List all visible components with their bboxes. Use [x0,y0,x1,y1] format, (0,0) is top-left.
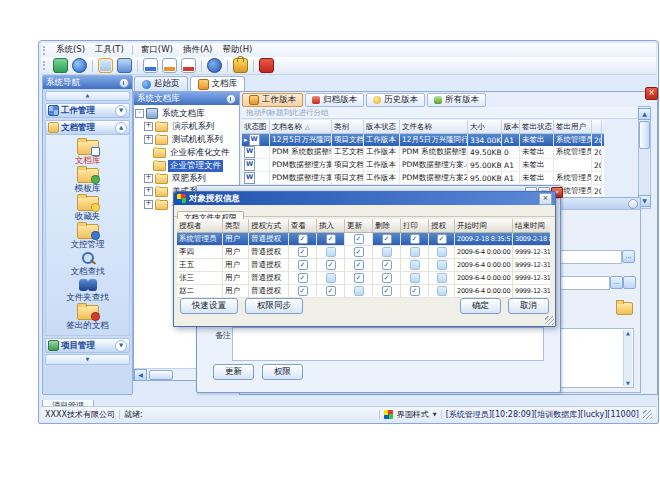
checkbox-checked[interactable]: ✓ [354,273,364,283]
menu-item-4[interactable]: 插件(A) [178,44,217,56]
table-vertical-scrollbar[interactable]: ▲ ▼ [638,106,651,209]
table-row[interactable]: WPDM 系统数据整理检...工艺文档工作版本PDM 系统数据整理...49.5… [242,146,604,159]
menu-item-1[interactable]: 系统(S) [51,44,90,56]
ellipsis-button[interactable]: … [622,250,635,263]
lock-icon[interactable] [233,58,248,73]
checkbox-checked[interactable]: ✓ [437,234,447,244]
tree-item-测试机机系列[interactable]: +测试机机系列 [135,133,238,146]
checkbox-checked[interactable]: ✓ [354,234,364,244]
column-header-查看[interactable]: 查看 [289,219,317,232]
checkbox-unchecked[interactable] [410,273,420,283]
sidebar-item-签出的文档[interactable]: 签出的文档 [46,305,129,330]
checkbox-checked[interactable]: ✓ [326,260,336,270]
version-tab-归档版本[interactable]: 归档版本 [305,93,364,107]
expander-icon[interactable]: + [144,174,153,183]
scroll-up-button[interactable]: ▲ [638,108,651,120]
column-header-删除[interactable]: 删除 [373,219,401,232]
pin-icon[interactable] [226,94,236,104]
checkbox-unchecked[interactable] [354,286,364,296]
table-row[interactable]: WPDM数据整理方案.doc项目文档工作版本PDM数据整理方案.doc95.00… [242,159,604,172]
tree-root[interactable]: -系统文档库 [135,107,238,120]
chevron-down-icon[interactable]: ▼ [115,340,127,352]
checkbox-unchecked[interactable] [437,260,447,270]
ellipsis-button[interactable]: … [610,276,623,289]
sidebar-item-文档查找[interactable]: 文档查找 [46,252,129,276]
checkbox-checked[interactable]: ✓ [382,234,392,244]
table-row[interactable]: ▸W12月5日万兴隆同行...项目文档工作版本12月5日万兴隆同行...334.… [242,134,604,146]
sidebar-more-button[interactable]: ▼ [45,354,130,365]
permission-row[interactable]: 赵二用户普通授权✓✓✓✓2009-6-4 0:00:009999-12-31 2… [177,285,550,298]
expander-icon[interactable]: + [144,187,153,196]
tree-item-企业标准化文件[interactable]: 企业标准化文件 [135,146,238,159]
globe-icon[interactable] [72,58,87,73]
column-header-类别[interactable]: 类别 [332,120,364,133]
interface-style-label[interactable]: 界面样式 [397,409,429,420]
doc-mail-icon[interactable] [162,58,177,73]
tree-item-企业管理文件[interactable]: 企业管理文件 [135,159,238,172]
version-tab-工作版本[interactable]: 工作版本 [242,93,303,107]
checkbox-checked[interactable]: ✓ [382,260,392,270]
checkbox-unchecked[interactable] [326,247,336,257]
checkbox-checked[interactable]: ✓ [354,247,364,257]
column-header-签出用户[interactable]: 签出用户 [554,120,592,133]
sidebar-item-模板库[interactable]: 模板库 [46,168,129,193]
clear-button[interactable] [623,276,636,289]
doc-report-icon[interactable] [181,58,196,73]
folder-open-icon[interactable] [98,58,113,73]
doc-new-icon[interactable] [143,58,158,73]
cancel-button[interactable]: 取消 [508,298,549,314]
scrollbar-thumb[interactable] [639,121,650,149]
scrollbar-thumb[interactable] [149,370,173,380]
column-header-文件名称[interactable]: 文件名称 [400,120,468,133]
checkbox-checked[interactable]: ✓ [382,273,392,283]
column-header-类型[interactable]: 类型 [223,219,249,232]
column-header-授权者[interactable]: 授权者 [177,219,223,232]
checkbox-checked[interactable]: ✓ [298,247,308,257]
tree-item-双肥系列[interactable]: +双肥系列 [135,172,238,185]
column-header-插入[interactable]: 插入 [317,219,345,232]
drag-grip[interactable] [43,46,47,55]
panel-menu-button[interactable] [628,199,638,209]
help-icon[interactable] [207,58,222,73]
sidebar-group-项目管理[interactable]: 项目管理▼ [45,338,130,353]
column-header-版本号[interactable]: 版本号 [502,120,520,133]
tab-起始页[interactable]: 起始页 [134,76,188,91]
chevron-up-icon[interactable]: ▲ [115,122,127,134]
expander-icon[interactable]: + [144,135,153,144]
checkbox-checked[interactable]: ✓ [410,286,420,296]
checkbox-checked[interactable]: ✓ [326,286,336,296]
column-header-签出状态[interactable]: 签出状态 [520,120,554,133]
permission-row[interactable]: 系统管理员用户普通授权✓✓✓✓✓✓2009-2-18 8:35:573009-2… [177,233,550,246]
tab-文档库[interactable]: 文档库 [190,76,246,91]
chevron-down-icon[interactable]: ▼ [433,411,437,417]
menu-item-2[interactable]: 工具(T) [90,44,129,56]
column-header-大小[interactable]: 大小 [468,120,502,133]
permission-sync-button[interactable]: 权限同步 [245,298,303,314]
checkbox-checked[interactable]: ✓ [410,234,420,244]
attribute-field-1[interactable] [558,250,622,264]
permission-row[interactable]: 张三用户普通授权✓✓✓2009-6-4 0:00:009999-12-31 23… [177,272,550,285]
checkbox-checked[interactable]: ✓ [298,273,308,283]
dialog-resize-grip[interactable] [545,316,554,325]
column-header-状态图[interactable]: 状态图 [242,120,270,133]
pin-icon[interactable] [119,78,129,88]
column-header-结束时间[interactable]: 结束时间 [513,219,550,232]
sidebar-item-文档库[interactable]: 文档库 [46,140,129,165]
menu-item-3[interactable]: 窗口(W) [136,44,178,56]
description-textarea[interactable]: ▲▼ [558,328,634,388]
expander-icon[interactable]: + [144,200,153,209]
expander-icon[interactable]: - [135,109,144,118]
dialog-titlebar[interactable]: 对象授权信息 × [174,192,555,205]
checkbox-unchecked[interactable] [410,247,420,257]
scroll-left-button[interactable]: ◀ [134,369,147,381]
column-header-打印[interactable]: 打印 [401,219,429,232]
permission-button[interactable]: 权限 [262,364,303,380]
checkbox-checked[interactable]: ✓ [298,234,308,244]
checkbox-checked[interactable]: ✓ [354,260,364,270]
sync-monitor-icon[interactable] [53,58,68,73]
checkbox-unchecked[interactable] [326,273,336,283]
version-tab-所有版本[interactable]: 所有版本 [427,93,486,107]
textarea-scrollbar[interactable]: ▲▼ [623,330,632,386]
ok-button[interactable]: 确定 [460,298,501,314]
checkbox-unchecked[interactable] [437,273,447,283]
